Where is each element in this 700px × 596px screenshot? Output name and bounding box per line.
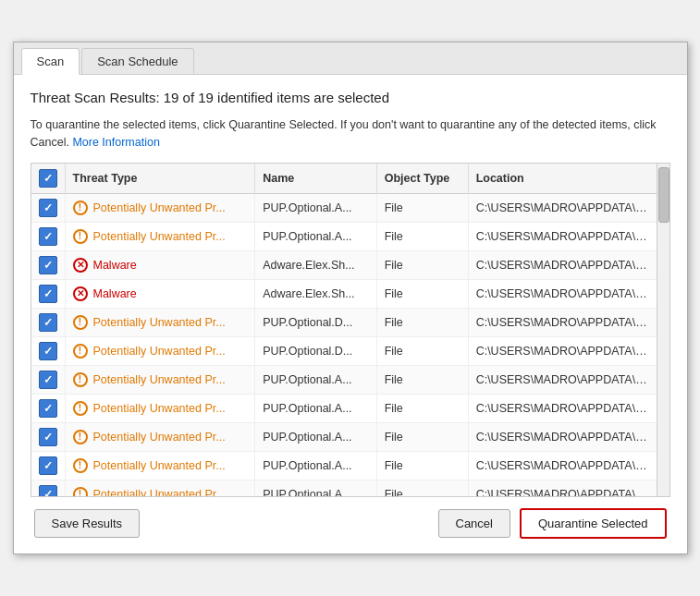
save-results-button[interactable]: Save Results <box>34 509 141 538</box>
row-threat-type: !Potentially Unwanted Pr... <box>65 394 255 422</box>
table-row: !Potentially Unwanted Pr...PUP.Optional.… <box>31 193 657 222</box>
table-row: !Potentially Unwanted Pr...PUP.Optional.… <box>31 394 657 422</box>
row-name: PUP.Optional.D... <box>255 336 376 365</box>
row-checkbox[interactable] <box>39 456 57 475</box>
row-checkbox[interactable] <box>39 227 57 246</box>
threat-label: Potentially Unwanted Pr... <box>93 402 226 415</box>
row-name: PUP.Optional.A... <box>255 422 376 451</box>
content-area: Threat Scan Results: 19 of 19 identified… <box>14 75 687 553</box>
tab-scan-schedule[interactable]: Scan Schedule <box>81 48 193 74</box>
threat-label: Potentially Unwanted Pr... <box>93 345 226 358</box>
quarantine-selected-button[interactable]: Quarantine Selected <box>520 508 667 539</box>
table-row: !Potentially Unwanted Pr...PUP.Optional.… <box>31 480 657 496</box>
table-header-row: Threat Type Name Object Type Location <box>31 164 657 194</box>
row-name: PUP.Optional.A... <box>255 451 376 480</box>
tab-bar: Scan Scan Schedule <box>14 43 687 75</box>
cancel-button[interactable]: Cancel <box>438 509 510 538</box>
warning-icon: ! <box>73 229 88 244</box>
warning-icon: ! <box>73 315 88 330</box>
row-checkbox-cell <box>31 394 66 422</box>
row-location: C:\USERS\MADRO\APPDATA\LOCAL\... <box>468 365 656 394</box>
table-row: !Potentially Unwanted Pr...PUP.Optional.… <box>31 222 657 250</box>
col-header-object-type: Object Type <box>376 164 468 194</box>
row-object-type: File <box>376 451 468 480</box>
more-information-link[interactable]: More Information <box>72 136 159 149</box>
row-threat-type: !Potentially Unwanted Pr... <box>65 422 255 451</box>
row-location: C:\USERS\MADRO\APPDATA\LOCAL\... <box>468 250 656 279</box>
table-row: !Potentially Unwanted Pr...PUP.Optional.… <box>31 365 657 394</box>
row-checkbox[interactable] <box>39 199 57 217</box>
row-location: C:\USERS\MADRO\APPDATA\LOCAL\... <box>468 222 656 250</box>
row-object-type: File <box>376 480 468 496</box>
footer: Save Results Cancel Quarantine Selected <box>31 497 670 542</box>
warning-icon: ! <box>73 201 88 215</box>
row-threat-type: ✕Malware <box>65 250 255 279</box>
main-window: Scan Scan Schedule Threat Scan Results: … <box>13 42 688 554</box>
row-checkbox[interactable] <box>39 428 57 446</box>
row-checkbox[interactable] <box>39 485 57 496</box>
row-checkbox-cell <box>31 336 66 365</box>
col-header-location: Location <box>468 164 656 194</box>
row-checkbox-cell <box>31 193 66 222</box>
row-checkbox[interactable] <box>39 313 57 332</box>
row-object-type: File <box>376 422 468 451</box>
row-checkbox[interactable] <box>39 256 57 274</box>
row-location: C:\USERS\MADRO\APPDATA\LOCAL\... <box>468 193 656 222</box>
col-header-threat-type: Threat Type <box>65 164 255 194</box>
row-checkbox-cell <box>31 451 66 480</box>
table-row: !Potentially Unwanted Pr...PUP.Optional.… <box>31 336 657 365</box>
table-row: !Potentially Unwanted Pr...PUP.Optional.… <box>31 308 657 336</box>
row-checkbox[interactable] <box>39 285 57 303</box>
row-location: C:\USERS\MADRO\APPDATA\LOCAL\... <box>468 308 656 336</box>
warning-icon: ! <box>73 401 88 416</box>
table-outer: Threat Type Name Object Type Location !P… <box>31 164 669 496</box>
row-checkbox-cell <box>31 222 66 250</box>
row-location: C:\USERS\MADRO\APPDATA\LOCAL\... <box>468 422 656 451</box>
results-table-container: Threat Type Name Object Type Location !P… <box>31 163 670 497</box>
row-checkbox-cell <box>31 279 66 308</box>
row-checkbox-cell <box>31 250 66 279</box>
row-threat-type: !Potentially Unwanted Pr... <box>65 222 255 250</box>
row-object-type: File <box>376 394 468 422</box>
row-threat-type: ✕Malware <box>65 279 255 308</box>
warning-icon: ! <box>73 430 88 444</box>
tab-scan[interactable]: Scan <box>21 48 80 75</box>
row-checkbox-cell <box>31 308 66 336</box>
row-name: PUP.Optional.A... <box>255 480 376 496</box>
row-name: PUP.Optional.A... <box>255 222 376 250</box>
warning-icon: ! <box>73 344 88 359</box>
threat-label: Potentially Unwanted Pr... <box>93 201 226 214</box>
row-threat-type: !Potentially Unwanted Pr... <box>65 193 255 222</box>
row-name: PUP.Optional.A... <box>255 365 376 394</box>
row-name: Adware.Elex.Sh... <box>255 279 376 308</box>
scrollbar-thumb[interactable] <box>658 167 669 223</box>
row-location: C:\USERS\MADRO\APPDATA\LOCAL\... <box>468 394 656 422</box>
table-row: !Potentially Unwanted Pr...PUP.Optional.… <box>31 451 657 480</box>
page-title: Threat Scan Results: 19 of 19 identified… <box>31 90 670 105</box>
title-main: Threat Scan Results: <box>31 90 160 105</box>
row-checkbox[interactable] <box>39 399 57 418</box>
scrollbar-track[interactable] <box>657 164 669 496</box>
threat-label: Potentially Unwanted Pr... <box>93 488 226 496</box>
warning-icon: ! <box>73 487 88 496</box>
table-scroll-area[interactable]: Threat Type Name Object Type Location !P… <box>31 164 657 496</box>
col-header-checkbox <box>31 164 66 194</box>
threat-label: Malware <box>93 259 137 272</box>
threat-label: Potentially Unwanted Pr... <box>93 459 226 472</box>
table-row: ✕MalwareAdware.Elex.Sh...FileC:\USERS\MA… <box>31 250 657 279</box>
row-object-type: File <box>376 222 468 250</box>
row-object-type: File <box>376 365 468 394</box>
row-object-type: File <box>376 279 468 308</box>
description-text: To quarantine the selected items, click … <box>31 116 670 152</box>
results-table: Threat Type Name Object Type Location !P… <box>31 164 657 496</box>
row-threat-type: !Potentially Unwanted Pr... <box>65 365 255 394</box>
row-checkbox-cell <box>31 365 66 394</box>
row-checkbox[interactable] <box>39 342 57 360</box>
select-all-checkbox[interactable] <box>39 169 57 188</box>
warning-icon: ! <box>73 372 88 387</box>
row-name: PUP.Optional.D... <box>255 308 376 336</box>
row-checkbox[interactable] <box>39 371 57 389</box>
row-checkbox-cell <box>31 422 66 451</box>
row-location: C:\USERS\MADRO\APPDATA\LOCAL\... <box>468 451 656 480</box>
danger-icon: ✕ <box>73 286 88 301</box>
